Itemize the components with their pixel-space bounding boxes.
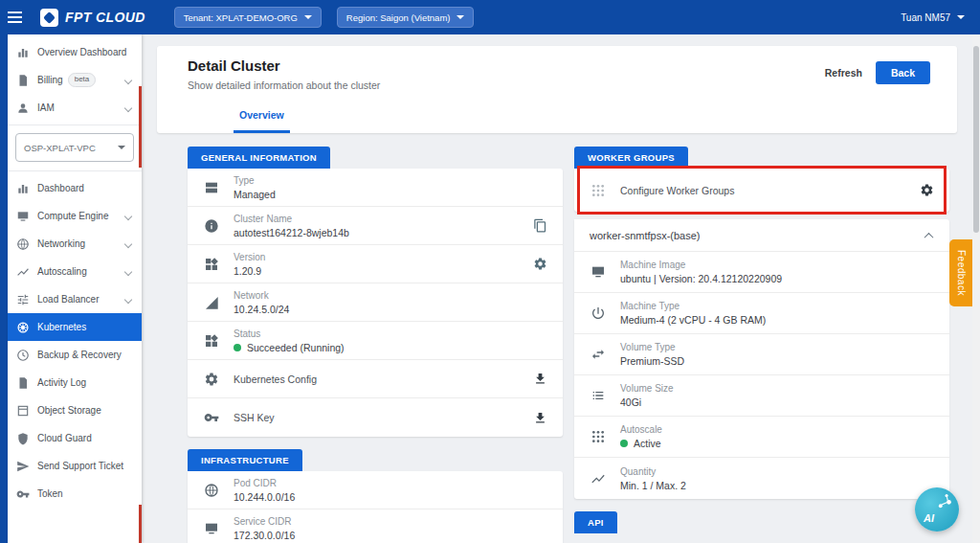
configure-worker-groups-label: Configure Worker Groups — [620, 185, 920, 196]
section-header-api: API — [574, 511, 617, 533]
page-scrollbar[interactable] — [972, 34, 980, 543]
sidebar-item-object-storage[interactable]: Object Storage — [8, 396, 142, 424]
grid-dots-icon — [590, 183, 606, 198]
infrastructure-card: Pod CIDR 10.244.0.0/16 Service CIDR 172.… — [188, 471, 563, 543]
tab-overview[interactable]: Overview — [234, 101, 290, 133]
sidebar-item-cloud-guard[interactable]: Cloud Guard — [8, 424, 142, 452]
scrollbar-thumb[interactable] — [973, 46, 979, 233]
vpc-selector[interactable]: OSP-XPLAT-VPC — [15, 133, 134, 162]
back-button[interactable]: Back — [876, 61, 930, 84]
tenant-selector[interactable]: Tenant: XPLAT-DEMO-ORG — [174, 7, 322, 28]
row-value: Succeeded (Running) — [247, 342, 345, 353]
sidebar-item-activity-log[interactable]: Activity Log — [8, 369, 142, 396]
monitor-icon — [590, 264, 606, 280]
sidebar-item-label: Activity Log — [37, 377, 133, 388]
signal-icon — [204, 295, 219, 310]
row-label: Service CIDR — [234, 516, 547, 527]
row-label: Volume Size — [620, 383, 934, 394]
key-icon — [16, 487, 30, 501]
swap-arrows-icon — [590, 347, 606, 362]
sidebar-item-networking[interactable]: Networking — [8, 230, 142, 258]
widgets-icon — [204, 333, 219, 349]
billing-doc-icon — [16, 74, 30, 87]
row-value: Premium-SSD — [620, 355, 684, 367]
hamburger-menu-icon[interactable] — [8, 6, 31, 29]
fpt-cloud-logo[interactable]: FPT CLOUD — [40, 9, 145, 27]
sidebar-item-billing[interactable]: Billingbeta — [8, 66, 142, 94]
sidebar-item-label: Dashboard — [37, 183, 133, 193]
globe-icon — [16, 238, 30, 251]
row-value: 40Gi — [620, 396, 641, 408]
chevron-down-icon — [124, 295, 132, 303]
trend-icon — [590, 471, 606, 486]
shield-icon — [16, 432, 30, 445]
configure-worker-groups-wrap: Configure Worker Groups — [574, 169, 949, 212]
sidebar-item-kubernetes[interactable]: Kubernetes — [8, 313, 142, 341]
user-name: Tuan NM57 — [901, 12, 950, 23]
gear-icon — [204, 372, 219, 387]
sidebar-scrollbar-marker[interactable] — [139, 505, 142, 543]
bar-chart-icon — [16, 46, 30, 59]
sidebar-item-label: Send Support Ticket — [37, 461, 133, 471]
sidebar-scrollbar-marker[interactable] — [139, 86, 142, 168]
info-row-service-cidr: Service CIDR 172.30.0.0/16 — [188, 509, 563, 543]
user-menu[interactable]: Tuan NM57 — [901, 12, 969, 23]
row-label: Volume Type — [620, 342, 934, 352]
info-row-ssh-key: SSH Key — [188, 398, 563, 437]
configure-worker-groups-row[interactable]: Configure Worker Groups — [574, 169, 949, 212]
sidebar-item-token[interactable]: Token — [8, 480, 142, 508]
info-row-autoscale: Autoscale Active — [574, 417, 949, 458]
chevron-down-icon — [124, 267, 132, 275]
ai-assistant-button[interactable]: AI — [915, 487, 959, 532]
power-icon — [590, 305, 606, 321]
row-label: Version — [234, 252, 533, 262]
sidebar-item-overview-dashboard[interactable]: Overview Dashboard — [8, 38, 142, 66]
sidebar: Overview Dashboard Billingbeta IAM OSP-X… — [8, 34, 142, 543]
copy-icon[interactable] — [533, 218, 547, 233]
row-value: Managed — [234, 189, 276, 200]
row-label: Pod CIDR — [234, 478, 547, 488]
row-label: Autoscale — [620, 424, 934, 435]
sidebar-item-label: Object Storage — [37, 405, 133, 416]
section-header-worker-groups: WORKER GROUPS — [574, 147, 688, 169]
refresh-button[interactable]: Refresh — [825, 67, 862, 79]
general-information-card: Type Managed Cluster Name autotest164212… — [188, 169, 563, 437]
chevron-up-icon — [924, 232, 934, 241]
feedback-button[interactable]: Feedback — [949, 239, 972, 306]
divider — [8, 124, 142, 125]
row-label: Cluster Name — [234, 214, 533, 224]
main-content: Detail Cluster Show detailed information… — [142, 34, 972, 543]
info-row-volume-size: Volume Size 40Gi — [574, 375, 949, 417]
sidebar-item-autoscaling[interactable]: Autoscaling — [8, 258, 142, 285]
log-doc-icon — [16, 376, 30, 390]
sidebar-item-backup-recovery[interactable]: Backup & Recovery — [8, 341, 142, 369]
right-column: WORKER GROUPS Configure Worker Groups wo… — [574, 147, 949, 533]
sidebar-item-load-balancer[interactable]: Load Balancer — [8, 285, 142, 313]
region-selector[interactable]: Region: Saigon (Vietnam) — [337, 7, 475, 28]
info-icon — [204, 218, 219, 234]
sidebar-item-compute-engine[interactable]: Compute Engine — [8, 202, 142, 230]
sidebar-item-iam[interactable]: IAM — [8, 94, 142, 122]
key-icon — [204, 410, 219, 425]
worker-group-accordion-header[interactable]: worker-snmtfpsx-(base) — [574, 219, 949, 252]
row-value: 10.24.5.0/24 — [234, 304, 289, 315]
row-label: Network — [234, 290, 547, 301]
gear-icon[interactable] — [533, 257, 547, 271]
bar-chart-icon — [16, 182, 30, 195]
row-label: Machine Image — [620, 260, 934, 270]
tab-bar: Overview — [188, 101, 934, 133]
gear-icon[interactable] — [920, 183, 934, 197]
info-row-cluster-name: Cluster Name autotest164212-8wjeb14b — [188, 207, 563, 245]
caret-down-icon — [957, 15, 965, 19]
fpt-logo-mark-icon — [40, 9, 58, 27]
globe-icon — [204, 483, 219, 498]
download-icon[interactable] — [533, 372, 547, 386]
sidebar-item-send-support-ticket[interactable]: Send Support Ticket — [8, 452, 142, 480]
download-icon[interactable] — [533, 411, 547, 425]
row-value: 10.244.0.0/16 — [234, 491, 295, 503]
top-bar: FPT CLOUD Tenant: XPLAT-DEMO-ORG Region:… — [0, 0, 980, 34]
status-dot — [234, 344, 241, 351]
user-icon — [16, 102, 30, 115]
sidebar-item-dashboard[interactable]: Dashboard — [8, 174, 142, 202]
sidebar-item-label: Cloud Guard — [37, 433, 133, 443]
